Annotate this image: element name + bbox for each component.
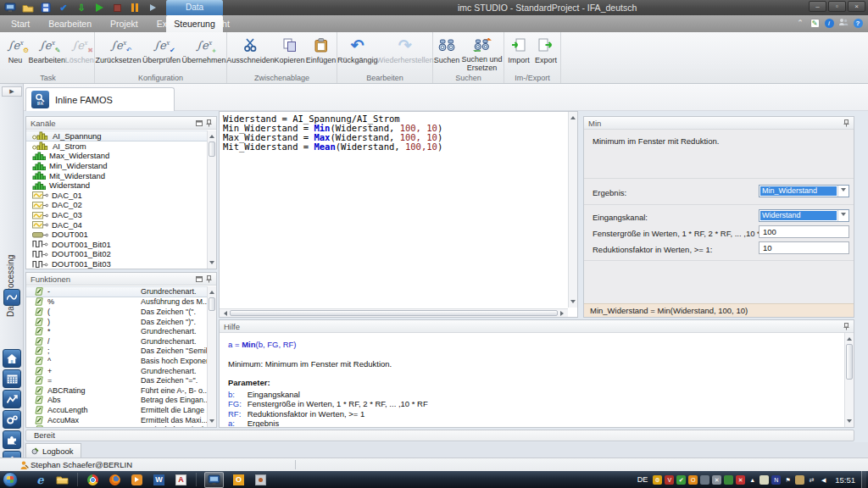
apply-icon[interactable]: ⇩ — [75, 2, 87, 14]
save-icon[interactable] — [40, 2, 52, 14]
tray-remote-display[interactable] — [724, 475, 733, 485]
pause-icon[interactable] — [129, 2, 141, 14]
scroll-up-icon[interactable] — [208, 286, 216, 296]
disabled-tool-icon-1[interactable] — [147, 2, 159, 14]
imc-studio-icon[interactable] — [4, 2, 16, 14]
function-row[interactable]: AccuMeanErmittelt das Mittel... — [26, 424, 207, 427]
scroll-thumb[interactable] — [230, 310, 558, 316]
check-icon[interactable]: ✔ — [58, 2, 70, 14]
scroll-thumb[interactable] — [209, 141, 215, 157]
pin-icon[interactable] — [206, 275, 212, 283]
function-row[interactable]: /Grundrechenart. — [26, 336, 207, 347]
ribbon-button-kopieren[interactable]: Kopieren — [274, 33, 305, 72]
open-project-icon[interactable] — [22, 2, 34, 14]
ribbon-button-l-schen[interactable]: ∫ex✖ Löschen — [64, 33, 94, 72]
menu-item-projekt[interactable]: Projekt — [101, 15, 147, 32]
tray-power-plan[interactable] — [760, 475, 769, 485]
taskbar-windows-explorer[interactable] — [55, 473, 70, 487]
tab-inline-famos[interactable]: IFA Inline FAMOS — [25, 87, 175, 111]
scroll-down-icon[interactable] — [845, 418, 854, 427]
editor-vscrollbar[interactable] — [568, 112, 577, 308]
scroll-right-icon[interactable] — [559, 309, 568, 317]
ribbon-button-neu[interactable]: ∫ex⚙ Neu — [2, 33, 29, 72]
function-row[interactable]: +Grundrechenart. — [26, 366, 207, 376]
ribbon-button-import[interactable]: Import — [505, 33, 532, 72]
tray-network-offline[interactable]: ✕ — [712, 475, 721, 485]
users-icon[interactable] — [838, 18, 849, 28]
channel-row[interactable]: DAC_04 — [26, 219, 207, 230]
tray-sync-arrows[interactable]: ⇄ — [807, 475, 816, 485]
ribbon-button--bernehmen[interactable]: ∫ex＋ Übernehmen — [181, 33, 226, 72]
context-tab-data-processing[interactable]: Data Processing — [166, 0, 223, 15]
language-indicator[interactable]: DE — [637, 475, 648, 484]
ribbon-button-export[interactable]: Export — [532, 33, 559, 72]
data-processing-icon[interactable] — [3, 289, 20, 306]
show-desktop-button[interactable] — [861, 471, 866, 488]
function-row[interactable]: AccuLengthErmittelt die Länge ... — [26, 405, 207, 415]
tray-security-ok-shield[interactable]: ✔ — [676, 475, 686, 485]
clock[interactable]: 15:51 — [835, 475, 855, 485]
rail-expand-button[interactable]: ▶ — [2, 86, 22, 97]
fenstergroesse-input[interactable] — [759, 225, 849, 238]
automation-icon[interactable] — [3, 410, 21, 429]
float-panel-icon[interactable] — [196, 120, 203, 126]
scroll-thumb[interactable] — [209, 297, 215, 311]
ribbon-button-suchen-und-ersetzen[interactable]: Suchen und Ersetzen — [460, 33, 504, 72]
tray-clipboard-tray[interactable] — [795, 475, 804, 485]
channel-row[interactable]: AI_Strom — [26, 141, 207, 152]
pin-icon[interactable] — [206, 119, 212, 127]
plugin-icon[interactable] — [3, 430, 21, 449]
function-row[interactable]: (Das Zeichen "(". — [26, 307, 207, 317]
function-row[interactable]: *Grundrechenart. — [26, 326, 207, 336]
function-row[interactable]: =Das Zeichen "=". — [26, 375, 207, 385]
channel-row[interactable]: Widerstand — [26, 180, 207, 191]
ribbon-button-einf-gen[interactable]: Einfügen — [305, 33, 337, 72]
ribbon-button--berpr-fen[interactable]: ∫ex✔ Überprüfen — [142, 33, 181, 72]
stop-measurement-icon[interactable] — [111, 2, 123, 14]
editor-hscrollbar[interactable] — [220, 308, 568, 317]
taskbar-outlook[interactable]: O — [231, 473, 246, 487]
scroll-up-icon[interactable] — [208, 130, 216, 140]
channel-row[interactable]: DAC_02 — [26, 200, 207, 210]
scroll-thumb[interactable] — [846, 344, 853, 380]
ribbon-button-suchen[interactable]: Suchen — [433, 33, 460, 72]
function-row[interactable]: %Ausführung des M... — [26, 297, 207, 308]
pin-icon[interactable] — [843, 119, 849, 127]
ribbon-button-ausschneiden[interactable]: Ausschneiden — [227, 33, 274, 72]
tray-app-indicator[interactable]: N — [771, 475, 781, 485]
scroll-down-icon[interactable] — [208, 418, 216, 427]
help-icon[interactable]: ? — [853, 18, 863, 28]
functions-scrollbar[interactable] — [207, 286, 216, 427]
ribbon-button-bearbeiten[interactable]: ∫ex✎ Bearbeiten — [29, 33, 64, 72]
taskbar-imc-studio-active[interactable] — [204, 472, 224, 488]
function-row[interactable]: ^Basis hoch Exponent. — [26, 356, 207, 366]
close-button[interactable]: × — [848, 1, 865, 12]
scroll-up-icon[interactable] — [845, 333, 854, 342]
menu-item-start[interactable]: Start — [2, 15, 39, 32]
channel-row[interactable]: Mit_Widerstand — [26, 170, 207, 180]
minimize-button[interactable]: – — [809, 1, 826, 12]
scroll-left-icon[interactable] — [220, 309, 229, 317]
home-icon[interactable] — [3, 349, 21, 368]
channel-row[interactable]: Min_Widerstand — [26, 161, 207, 171]
tray-display-tray[interactable] — [700, 475, 709, 485]
tray-antivirus-shield[interactable]: V — [665, 475, 674, 485]
taskbar-media-player[interactable] — [130, 473, 144, 487]
panels-icon[interactable] — [3, 369, 21, 388]
function-row[interactable]: )Das Zeichen ")". — [26, 317, 207, 327]
help-scrollbar[interactable] — [844, 333, 854, 427]
ribbon-button-r-ckg-ngig[interactable]: ↶ Rückgängig — [337, 33, 377, 72]
eingangskanal-dropdown[interactable]: Widerstand — [759, 209, 849, 222]
tab-steuerung[interactable]: Steuerung — [166, 15, 223, 32]
pin-icon[interactable] — [843, 323, 849, 330]
ergebnis-dropdown[interactable]: Min_Widerstand — [759, 185, 849, 197]
ribbon-button-wiederherstellen[interactable]: ↷ Wiederherstellen — [377, 33, 432, 72]
function-row[interactable]: ;Das Zeichen "Semik... — [26, 347, 207, 357]
ribbon-button-zur-cksetzen[interactable]: ∫ex↶ Zurücksetzen — [95, 33, 142, 72]
tray-error-status[interactable]: ✕ — [736, 475, 745, 485]
taskbar-internet-explorer[interactable]: e — [33, 473, 47, 487]
taskbar-acrobat-reader[interactable]: A — [174, 473, 188, 487]
channel-row[interactable]: DOUT001_Bit02 — [26, 249, 207, 259]
channel-row[interactable]: AI_Spannung — [26, 130, 207, 141]
taskbar-snipping-tool[interactable] — [253, 473, 268, 487]
